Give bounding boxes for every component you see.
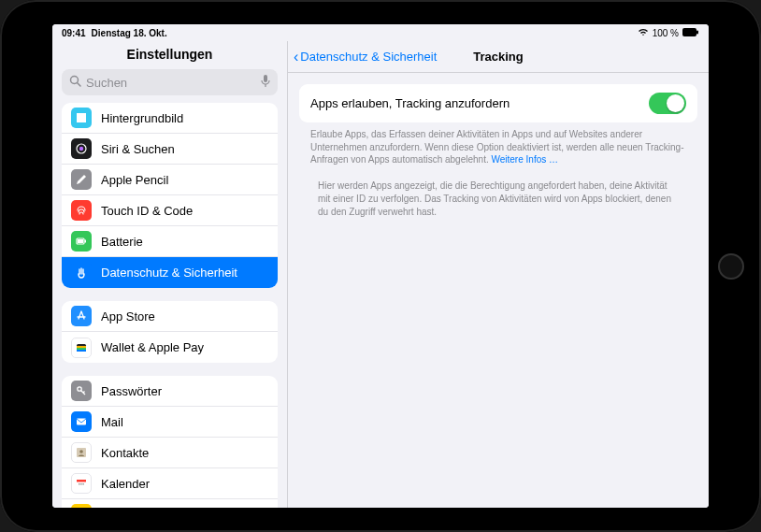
sidebar-title: Einstellungen bbox=[52, 41, 287, 69]
svg-rect-4 bbox=[264, 75, 267, 82]
sidebar-item-kalender[interactable]: Kalender bbox=[62, 468, 278, 499]
sidebar-item-pencil[interactable]: Apple Pencil bbox=[62, 165, 278, 195]
status-bar: 09:41 Dienstag 18. Okt. 100 % bbox=[52, 24, 709, 41]
sidebar-item-appstore[interactable]: App Store bbox=[62, 301, 278, 332]
mic-icon[interactable] bbox=[261, 75, 270, 91]
svg-rect-23 bbox=[82, 483, 84, 485]
search-input[interactable] bbox=[86, 76, 261, 90]
notes-icon bbox=[71, 504, 92, 508]
wallet-icon bbox=[71, 338, 92, 358]
settings-sidebar: Einstellungen HintergrundbildSiri & Such… bbox=[52, 41, 288, 508]
sidebar-item-touchid[interactable]: Touch ID & Code bbox=[62, 195, 278, 226]
svg-rect-20 bbox=[77, 480, 86, 482]
sidebar-item-passwoerter[interactable]: Passwörter bbox=[62, 376, 278, 407]
detail-pane: ‹ Datenschutz & Sicherheit Tracking Apps… bbox=[288, 41, 709, 508]
sidebar-item-label: App Store bbox=[101, 309, 155, 324]
allow-tracking-label: Apps erlauben, Tracking anzufordern bbox=[310, 96, 510, 110]
sidebar-item-label: Mail bbox=[101, 415, 123, 429]
more-info-link[interactable]: Weitere Infos … bbox=[491, 154, 558, 165]
sidebar-item-batterie[interactable]: Batterie bbox=[62, 226, 278, 257]
svg-rect-1 bbox=[696, 30, 698, 34]
status-time: 09:41 bbox=[62, 28, 86, 38]
calendar-icon bbox=[71, 473, 92, 494]
sidebar-group: App StoreWallet & Apple Pay bbox=[62, 301, 278, 363]
svg-point-7 bbox=[79, 147, 83, 151]
screen: 09:41 Dienstag 18. Okt. 100 % Einstellun… bbox=[52, 24, 709, 508]
sidebar-group: HintergrundbildSiri & SuchenApple Pencil… bbox=[62, 103, 278, 288]
sidebar-item-label: Batterie bbox=[101, 235, 143, 249]
allow-tracking-row: Apps erlauben, Tracking anzufordern bbox=[299, 84, 697, 122]
wallpaper-icon bbox=[71, 108, 92, 128]
svg-line-3 bbox=[78, 83, 81, 87]
battery-icon bbox=[682, 28, 699, 38]
sidebar-item-siri[interactable]: Siri & Suchen bbox=[62, 134, 278, 165]
allow-tracking-toggle[interactable] bbox=[649, 93, 686, 114]
svg-rect-9 bbox=[85, 240, 87, 243]
sidebar-item-mail[interactable]: Mail bbox=[62, 407, 278, 438]
sidebar-item-label: Kontakte bbox=[101, 446, 149, 460]
chevron-left-icon: ‹ bbox=[294, 50, 298, 65]
detail-header: ‹ Datenschutz & Sicherheit Tracking bbox=[288, 41, 709, 73]
svg-rect-14 bbox=[77, 350, 86, 352]
svg-rect-0 bbox=[682, 28, 696, 36]
svg-rect-13 bbox=[77, 348, 86, 350]
svg-rect-22 bbox=[80, 483, 82, 485]
sidebar-item-label: Apple Pencil bbox=[101, 173, 168, 187]
sidebar-item-label: Datenschutz & Sicherheit bbox=[101, 266, 237, 280]
search-icon bbox=[69, 75, 81, 90]
battery-percent: 100 % bbox=[653, 28, 679, 38]
battery-icon bbox=[71, 231, 92, 252]
sidebar-group: PasswörterMailKontakteKalenderNotizenEri… bbox=[62, 376, 278, 508]
sidebar-item-label: Passwörter bbox=[101, 384, 162, 398]
home-button[interactable] bbox=[718, 253, 744, 280]
sidebar-item-datenschutz[interactable]: Datenschutz & Sicherheit bbox=[62, 257, 278, 288]
search-field[interactable] bbox=[62, 69, 278, 95]
sidebar-item-label: Notizen bbox=[101, 508, 142, 509]
siri-icon bbox=[71, 138, 92, 159]
status-date: Dienstag 18. Okt. bbox=[92, 28, 167, 38]
sidebar-item-label: Kalender bbox=[101, 477, 150, 491]
svg-rect-10 bbox=[78, 239, 83, 243]
ipad-frame: 09:41 Dienstag 18. Okt. 100 % Einstellun… bbox=[0, 0, 761, 532]
svg-rect-12 bbox=[77, 346, 86, 348]
mail-icon bbox=[71, 411, 92, 432]
svg-point-18 bbox=[79, 450, 83, 453]
hand-icon bbox=[71, 263, 92, 283]
back-button[interactable]: ‹ Datenschutz & Sicherheit bbox=[294, 50, 437, 65]
sidebar-item-label: Wallet & Apple Pay bbox=[101, 340, 204, 354]
sidebar-item-label: Hintergrundbild bbox=[101, 111, 183, 125]
sidebar-item-notizen[interactable]: Notizen bbox=[62, 499, 278, 508]
wifi-icon bbox=[638, 27, 649, 38]
back-label: Datenschutz & Sicherheit bbox=[300, 50, 437, 64]
svg-rect-16 bbox=[77, 419, 86, 425]
appstore-icon bbox=[71, 306, 92, 326]
tracking-footer: Erlaube Apps, das Erfassen deiner Aktivi… bbox=[299, 122, 697, 166]
detail-title: Tracking bbox=[473, 50, 523, 64]
pencil-icon bbox=[71, 169, 92, 190]
sidebar-item-wallet[interactable]: Wallet & Apple Pay bbox=[62, 332, 278, 363]
tracking-info: Hier werden Apps angezeigt, die die Bere… bbox=[299, 166, 697, 232]
svg-rect-21 bbox=[79, 483, 80, 485]
fingerprint-icon bbox=[71, 200, 92, 221]
sidebar-item-hintergrundbild[interactable]: Hintergrundbild bbox=[62, 103, 278, 134]
sidebar-item-label: Siri & Suchen bbox=[101, 142, 175, 156]
sidebar-item-label: Touch ID & Code bbox=[101, 204, 193, 218]
sidebar-item-kontakte[interactable]: Kontakte bbox=[62, 438, 278, 468]
key-icon bbox=[71, 381, 92, 401]
tracking-card: Apps erlauben, Tracking anzufordern bbox=[299, 84, 697, 122]
contacts-icon bbox=[71, 442, 92, 463]
